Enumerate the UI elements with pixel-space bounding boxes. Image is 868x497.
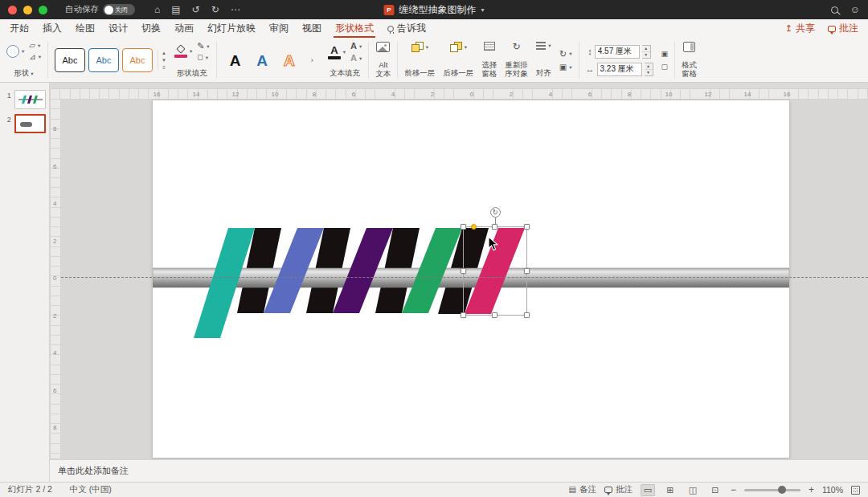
- resize-handle-e[interactable]: [524, 268, 530, 274]
- crop-icon[interactable]: ▢: [661, 63, 669, 71]
- thumbnail-row-1[interactable]: 1: [0, 88, 49, 112]
- slide-1-thumbnail[interactable]: [14, 90, 46, 109]
- resize-handle-n[interactable]: [492, 224, 497, 230]
- send-backward-label[interactable]: 后移一层: [443, 68, 473, 79]
- resize-handle-ne[interactable]: [524, 224, 530, 230]
- shape-fill-label[interactable]: 形状填充: [177, 68, 207, 79]
- slide-sorter-view-button[interactable]: ⊞: [663, 484, 678, 496]
- reading-view-button[interactable]: ◫: [686, 484, 700, 496]
- chevron-down-icon[interactable]: ▾: [465, 44, 467, 51]
- shape-outline-pencil-icon[interactable]: ✎: [197, 42, 204, 51]
- chevron-down-icon[interactable]: ▾: [39, 54, 41, 60]
- gallery-more-icon[interactable]: ≡: [162, 65, 166, 70]
- home-icon[interactable]: ⌂: [154, 4, 160, 15]
- gallery-next-icon[interactable]: ›: [311, 57, 313, 64]
- bring-forward-label[interactable]: 前移一层: [404, 68, 435, 79]
- comments-toggle[interactable]: 批注: [604, 484, 633, 495]
- chevron-down-icon[interactable]: ▾: [359, 55, 362, 62]
- gallery-down-icon[interactable]: ▼: [162, 58, 166, 63]
- comments-button[interactable]: 批注: [828, 22, 858, 35]
- merge-shapes-icon[interactable]: ⊿: [29, 53, 35, 61]
- zoom-slider[interactable]: [744, 489, 800, 491]
- slide-2-thumbnail[interactable]: [14, 114, 46, 133]
- undo-icon[interactable]: ↺: [192, 4, 200, 15]
- slideshow-view-button[interactable]: ⊡: [708, 484, 723, 496]
- shapes-label[interactable]: 形状: [14, 68, 29, 79]
- align-label[interactable]: 对齐: [536, 68, 551, 79]
- resize-handle-sw[interactable]: [461, 312, 466, 318]
- tab-2[interactable]: 绘图: [76, 19, 95, 38]
- selection-pane-button[interactable]: 选择 窗格: [481, 61, 497, 79]
- thumbnail-row-2[interactable]: 2: [0, 112, 49, 136]
- shape-style-preset-1[interactable]: Abc: [55, 48, 85, 72]
- shape-style-preset-2[interactable]: Abc: [88, 48, 119, 72]
- window-title[interactable]: P 缠绕型抽象图制作 ▾: [383, 3, 484, 17]
- more-actions-icon[interactable]: ⋯: [231, 4, 240, 15]
- chevron-down-icon[interactable]: ▾: [343, 49, 346, 55]
- text-fill-button[interactable]: A: [328, 45, 341, 59]
- insert-shape-icon[interactable]: [6, 45, 19, 58]
- zoom-out-button[interactable]: −: [731, 485, 736, 495]
- share-button[interactable]: ↥ 共享: [785, 22, 815, 35]
- shape-effects-icon[interactable]: ◻: [197, 54, 203, 61]
- redo-icon[interactable]: ↻: [211, 4, 219, 15]
- align-icon[interactable]: [536, 42, 546, 50]
- tab-5[interactable]: 动画: [174, 19, 194, 38]
- text-fill-label[interactable]: 文本填充: [330, 68, 360, 79]
- chevron-down-icon[interactable]: ▾: [190, 48, 192, 55]
- lock-aspect-icon[interactable]: ▣: [661, 51, 669, 58]
- chevron-down-icon[interactable]: ▾: [569, 64, 571, 71]
- chevron-down-icon[interactable]: ▾: [38, 43, 40, 49]
- autosave-toggle[interactable]: 关闭: [103, 4, 135, 15]
- chevron-down-icon[interactable]: ▾: [359, 43, 362, 50]
- zoom-slider-thumb[interactable]: [778, 486, 786, 494]
- width-stepper[interactable]: ▲▼: [645, 63, 653, 76]
- gallery-up-icon[interactable]: ▲: [162, 51, 166, 55]
- edit-shape-icon[interactable]: ▱: [29, 42, 35, 50]
- wordart-preset-1[interactable]: A: [230, 53, 241, 68]
- wordart-preset-2[interactable]: A: [256, 53, 268, 68]
- tab-8[interactable]: 视图: [302, 19, 321, 38]
- bring-forward-icon[interactable]: [411, 42, 424, 52]
- save-icon[interactable]: ▤: [171, 4, 180, 15]
- language-indicator[interactable]: 中文 (中国): [70, 484, 112, 495]
- fullscreen-button[interactable]: [39, 6, 47, 14]
- tab-1[interactable]: 插入: [43, 19, 62, 38]
- resize-handle-s[interactable]: [492, 312, 497, 318]
- alt-text-button[interactable]: Alt 文本: [375, 61, 391, 79]
- notes-toggle[interactable]: ▤ 备注: [568, 484, 596, 495]
- zoom-level[interactable]: 110%: [822, 485, 843, 495]
- rotate-icon[interactable]: ↻: [559, 50, 567, 59]
- editing-canvas[interactable]: ↻: [61, 100, 868, 459]
- close-button[interactable]: [8, 6, 17, 14]
- tab-6[interactable]: 幻灯片放映: [207, 19, 256, 38]
- tab-10[interactable]: 告诉我: [387, 19, 426, 38]
- tab-4[interactable]: 切换: [141, 19, 161, 38]
- reorder-objects-icon[interactable]: ↻: [513, 42, 521, 51]
- chevron-down-icon[interactable]: ▾: [207, 43, 209, 50]
- format-pane-button[interactable]: 格式 窗格: [682, 61, 697, 79]
- resize-handle-nw[interactable]: [461, 224, 466, 230]
- slide-canvas[interactable]: ↻: [153, 100, 789, 458]
- chevron-down-icon[interactable]: ▾: [206, 55, 208, 61]
- tab-0[interactable]: 开始: [10, 19, 29, 38]
- shape-style-preset-3[interactable]: Abc: [122, 48, 153, 72]
- tab-3[interactable]: 设计: [108, 19, 128, 38]
- chevron-down-icon[interactable]: ▾: [548, 43, 551, 49]
- resize-handle-w[interactable]: [461, 268, 466, 274]
- width-field[interactable]: [597, 63, 642, 76]
- notes-pane[interactable]: 单击此处添加备注: [50, 459, 868, 482]
- normal-view-button[interactable]: ▭: [641, 484, 655, 496]
- fit-to-window-icon[interactable]: [851, 486, 860, 495]
- alt-text-image-icon[interactable]: [376, 42, 390, 52]
- adjustment-handle[interactable]: [471, 224, 477, 230]
- text-outline-icon[interactable]: A: [350, 42, 357, 51]
- shape-fill-button[interactable]: [174, 45, 187, 58]
- wordart-preset-3[interactable]: A: [284, 53, 295, 68]
- autosave-control[interactable]: 自动保存 关闭: [65, 4, 135, 15]
- zoom-in-button[interactable]: +: [809, 485, 814, 495]
- height-field[interactable]: [595, 45, 640, 59]
- search-icon[interactable]: [831, 6, 838, 14]
- shape-selection-box[interactable]: ↻: [463, 226, 527, 316]
- format-pane-icon[interactable]: [683, 42, 695, 52]
